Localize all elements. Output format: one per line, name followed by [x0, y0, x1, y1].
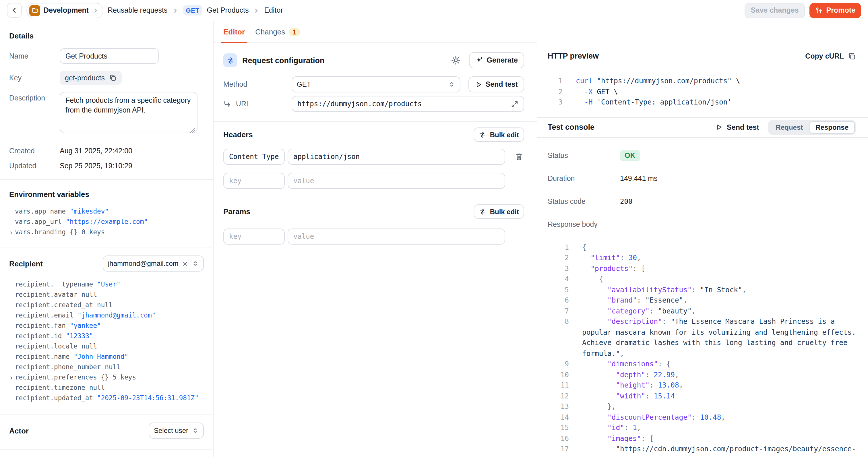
attribute-value: "https://example.com" [66, 217, 148, 227]
code-text: "discountPercentage": 10.48, [582, 412, 856, 423]
back-button[interactable] [7, 3, 22, 18]
test-console-body: Status OK Duration 149.441 ms Status cod… [537, 138, 868, 457]
swap-arrows-icon [223, 53, 237, 67]
project-name: Development [43, 6, 89, 14]
header-key-input[interactable] [223, 149, 285, 165]
method-value: GET [297, 80, 311, 88]
expand-chevron-icon[interactable]: › [9, 228, 13, 237]
generate-button[interactable]: Generate [469, 52, 524, 68]
request-settings-button[interactable] [450, 55, 462, 66]
response-body-code: 1{2 "limit": 30,3 "products": [4 {5 "ava… [548, 242, 856, 457]
breadcrumb-method-badge: GET [183, 5, 202, 16]
attribute-key: recipient.locale [15, 342, 78, 352]
status-code-value: 200 [620, 197, 632, 205]
line-number: 1 [548, 76, 563, 86]
chevron-up-down-icon [448, 81, 455, 88]
line-number: 3 [548, 263, 569, 274]
params-bulk-edit-button[interactable]: Bulk edit [474, 204, 524, 219]
param-key-input[interactable] [223, 228, 285, 245]
expand-chevron-icon[interactable]: › [9, 373, 13, 383]
code-text: { [582, 242, 856, 253]
code-text: "availabilityStatus": "In Stock", [582, 284, 856, 295]
updated-value: Sep 25 2025, 19:10:29 [60, 162, 132, 170]
header-value-input[interactable] [288, 173, 505, 189]
name-field[interactable] [60, 48, 159, 64]
created-value: Aug 31 2025, 22:42:00 [60, 147, 132, 155]
tenant-section: Tenant Select tenant [0, 450, 213, 457]
line-number: 3 [548, 97, 563, 108]
recipient-attributes-list: recipient.__typename"User"recipient.avat… [9, 280, 204, 404]
console-send-test-button[interactable]: Send test [715, 123, 759, 131]
chevron-left-icon [11, 7, 18, 14]
env-var-row: vars.app_name"mikesdev" [15, 207, 204, 217]
promote-button[interactable]: Promote [810, 3, 861, 18]
environment-variables-list: vars.app_name"mikesdev"vars.app_url"http… [9, 207, 204, 238]
status-code-label: Status code [548, 197, 620, 205]
code-line: 8 "description": "The Essence Mascara La… [548, 316, 856, 359]
line-number: 1 [548, 242, 569, 253]
maximize-icon [511, 100, 518, 108]
recipient-selected-value: jhammond@gmail.com [108, 260, 179, 268]
attribute-key: recipient.phone_number [15, 362, 101, 373]
toggle-response[interactable]: Response [809, 121, 855, 133]
delete-header-button[interactable] [515, 153, 523, 161]
response-body-label: Response body [548, 220, 620, 228]
attribute-value: null [89, 383, 105, 393]
expand-url-button[interactable] [511, 100, 518, 108]
code-text: }, [582, 401, 856, 412]
attribute-key: vars.app_url [15, 217, 62, 227]
details-sidebar: Details Name Key get-products Descripti [0, 21, 214, 457]
url-field[interactable]: https://dummyjson.com/products [291, 96, 524, 112]
header-key-input[interactable] [223, 173, 285, 189]
actor-select[interactable]: Select user [149, 423, 204, 438]
bulk-edit-arrows-icon [479, 131, 487, 139]
breadcrumb-request-name[interactable]: Get Products [207, 6, 249, 14]
copy-key-button[interactable] [110, 74, 117, 82]
description-field[interactable]: Fetch products from a specific category … [60, 92, 197, 133]
bulk-edit-arrows-icon [479, 208, 487, 215]
name-label: Name [9, 52, 60, 60]
request-configuration-header: Request configuration Generate [223, 52, 524, 68]
project-switcher[interactable]: Development [26, 3, 103, 18]
preview-panel: HTTP preview Copy cURL 1curl "https://du… [537, 21, 868, 457]
line-number: 8 [548, 316, 569, 359]
attribute-key: recipient.name [15, 352, 69, 362]
environment-variables-title: Environment variables [9, 190, 204, 199]
param-value-input[interactable] [288, 228, 505, 245]
recipient-attr-row: recipient.localenull [15, 342, 204, 352]
section-divider [214, 121, 537, 122]
updated-label: Updated [9, 162, 60, 170]
code-text: curl "https://dummyjson.com/products" \ [576, 76, 856, 86]
save-changes-button[interactable]: Save changes [745, 3, 805, 18]
env-var-row: vars.app_url"https://example.com" [15, 217, 204, 227]
copy-icon [848, 52, 856, 60]
status-label: Status [548, 151, 620, 159]
code-line: 15 "id": 1, [548, 423, 856, 433]
code-line: 13 }, [548, 401, 856, 412]
copy-curl-button[interactable]: Copy cURL [805, 52, 856, 60]
headers-bulk-edit-button[interactable]: Bulk edit [474, 127, 524, 142]
line-number: 15 [548, 423, 569, 433]
app-window: Development Reusable requests GET Get Pr… [0, 0, 868, 457]
tab-editor[interactable]: Editor [223, 21, 245, 42]
attribute-value: "12333" [66, 331, 93, 342]
params-section-header: Params Bulk edit [223, 204, 524, 219]
clear-icon[interactable] [182, 261, 188, 267]
code-line: 1{ [548, 242, 856, 253]
play-icon [474, 81, 482, 88]
method-select[interactable]: GET [291, 77, 460, 92]
code-line: 11 "height": 13.08, [548, 380, 856, 391]
toggle-request[interactable]: Request [770, 121, 809, 133]
recipient-select[interactable]: jhammond@gmail.com [103, 255, 204, 272]
attribute-value: null [105, 362, 120, 373]
send-test-button[interactable]: Send test [468, 77, 524, 92]
recipient-section: Recipient jhammond@gmail.com recipient._… [0, 247, 213, 414]
section-divider [214, 196, 537, 196]
header-value-input[interactable] [288, 149, 505, 165]
breadcrumb-section[interactable]: Reusable requests [107, 6, 167, 14]
recipient-attr-row: recipient.id"12333" [15, 331, 204, 342]
tab-changes[interactable]: Changes 1 [255, 21, 300, 42]
top-bar: Development Reusable requests GET Get Pr… [0, 0, 868, 21]
attribute-key: recipient.created_at [15, 300, 93, 311]
changes-count-badge: 1 [289, 28, 300, 36]
